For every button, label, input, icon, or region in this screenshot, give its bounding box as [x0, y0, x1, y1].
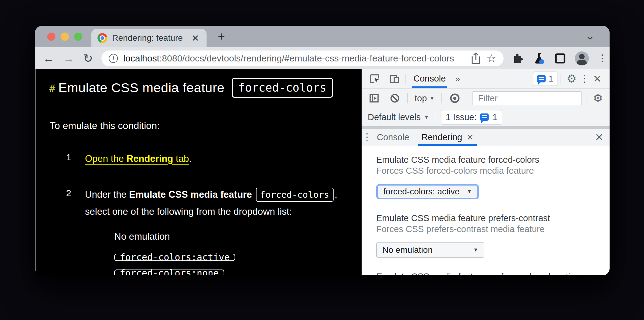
chrome-favicon-icon [97, 33, 107, 43]
issues-counter-button[interactable]: 1 [533, 71, 558, 86]
rendering-tab-link[interactable]: Open the Rendering tab [85, 153, 189, 164]
zoom-window-button[interactable] [74, 33, 82, 41]
more-panels-icon[interactable]: » [453, 74, 462, 84]
divider [441, 93, 442, 103]
step-number: 1 [66, 150, 85, 167]
extensions-puzzle-icon[interactable] [512, 52, 524, 64]
devtools-menu-icon[interactable]: ⋮ [582, 76, 587, 82]
close-rendering-tab-icon[interactable]: ✕ [466, 132, 473, 142]
chevron-down-icon: ▼ [473, 247, 478, 253]
clear-console-icon[interactable] [387, 92, 403, 104]
browser-window: Rendering: feature reference - ✕ + ⌄ ← →… [35, 26, 610, 275]
drawer-close-icon[interactable]: ✕ [592, 131, 607, 143]
share-icon[interactable] [471, 52, 481, 64]
browser-tab[interactable]: Rendering: feature reference - ✕ [91, 29, 207, 47]
console-settings-gear-icon[interactable]: ⚙ [591, 93, 605, 104]
minimize-window-button[interactable] [61, 33, 69, 41]
tab-close-icon[interactable]: ✕ [190, 33, 200, 43]
flask-extension-icon[interactable] [533, 52, 546, 65]
setting-section: Emulate CSS media feature prefers-reduce… [376, 271, 597, 275]
close-window-button[interactable] [47, 33, 55, 41]
prefers-contrast-select[interactable]: No emulation ▼ [376, 242, 484, 258]
console-sidebar-icon[interactable] [366, 92, 382, 104]
setting-subtitle: Forces CSS prefers-contrast media featur… [376, 224, 597, 235]
dropdown-option-code: forced-colors:none [114, 270, 224, 275]
drawer-splitter-handle[interactable] [362, 126, 610, 129]
console-toolbar: top ▼ Filter ⚙ [362, 89, 610, 108]
step-text: Open the Rendering tab. [85, 150, 192, 167]
live-expression-eye-icon[interactable] [446, 92, 463, 104]
divider [407, 93, 408, 103]
divider [405, 74, 406, 84]
setting-subtitle: Forces CSS forced-colors media feature [376, 165, 597, 176]
setting-title: Emulate CSS media feature prefers-reduce… [376, 271, 597, 275]
browser-menu-icon[interactable]: ⋮ [597, 55, 602, 61]
reload-button[interactable]: ↻ [83, 53, 93, 64]
navigation-toolbar: ← → ↻ i localhost:8080/docs/devtools/ren… [35, 47, 610, 69]
inspect-element-icon[interactable] [366, 73, 383, 85]
filter-input[interactable]: Filter [472, 91, 582, 105]
heading-code-badge: forced-colors [232, 78, 333, 98]
setting-section: Emulate CSS media feature forced-colors … [376, 154, 597, 199]
setting-title: Emulate CSS media feature prefers-contra… [376, 213, 597, 224]
console-levels-bar: Default levels ▼ 1 Issue: 1 [362, 108, 610, 126]
inline-code-badge: forced-colors [256, 188, 334, 202]
tab-title: Rendering: feature reference - [112, 33, 186, 43]
step-number: 2 [66, 186, 85, 275]
forced-colors-select[interactable]: forced-colors: active ▼ [376, 184, 479, 199]
log-levels-dropdown[interactable]: Default levels ▼ [368, 112, 429, 122]
heading-text: Emulate CSS media feature [58, 80, 225, 95]
dropdown-option-plain: No emulation [114, 228, 337, 245]
web-page: # Emulate CSS media feature forced-color… [35, 69, 362, 275]
address-bar[interactable]: i localhost:8080/docs/devtools/rendering… [101, 50, 504, 66]
divider [468, 93, 468, 103]
url-host: localhost [123, 53, 159, 63]
chevron-down-icon: ▼ [429, 95, 435, 102]
issues-button[interactable]: 1 Issue: 1 [441, 110, 502, 125]
titlebar: Rendering: feature reference - ✕ + ⌄ [35, 26, 610, 47]
tab-rendering[interactable]: Rendering ✕ [416, 129, 478, 146]
forward-button: → [63, 53, 75, 64]
device-toolbar-icon[interactable] [386, 73, 402, 85]
back-button[interactable]: ← [43, 53, 55, 64]
issues-bubble-icon [537, 75, 546, 82]
divider [586, 93, 586, 103]
dropdown-option-code: forced-colors:active [114, 254, 235, 261]
list-item: 2 Under the Emulate CSS media feature fo… [49, 186, 362, 275]
traffic-lights [47, 33, 82, 41]
devtools-close-icon[interactable]: ✕ [590, 73, 605, 85]
context-selector[interactable]: top ▼ [412, 93, 437, 103]
url-path: :8080/docs/devtools/rendering/#emulate-c… [159, 53, 454, 63]
site-info-icon[interactable]: i [109, 54, 118, 63]
chevron-down-icon: ▼ [424, 114, 429, 120]
intro-text: To emulate this condition: [50, 120, 362, 131]
divider [561, 74, 561, 84]
page-heading: # Emulate CSS media feature forced-color… [49, 78, 362, 98]
tab-console-main[interactable]: Console [409, 69, 450, 88]
list-item: 1 Open the Rendering tab. [49, 150, 362, 167]
chevron-down-icon: ▼ [467, 189, 472, 195]
profile-avatar[interactable] [575, 51, 589, 65]
drawer-menu-icon[interactable]: ⋮ [365, 134, 370, 140]
settings-gear-icon[interactable]: ⚙ [564, 73, 579, 84]
url-text[interactable]: localhost:8080/docs/devtools/rendering/#… [123, 53, 465, 64]
issues-bubble-icon [480, 113, 489, 121]
divider [435, 112, 435, 122]
devtools-panel-icon[interactable] [554, 52, 566, 64]
heading-anchor-icon[interactable]: # [49, 82, 54, 95]
setting-section: Emulate CSS media feature prefers-contra… [376, 213, 597, 258]
rendering-panel: Emulate CSS media feature forced-colors … [362, 146, 610, 275]
bookmark-star-icon[interactable]: ☆ [487, 53, 496, 64]
new-tab-button[interactable]: + [218, 31, 225, 42]
window-content: # Emulate CSS media feature forced-color… [35, 69, 610, 275]
chevron-down-icon[interactable]: ⌄ [586, 31, 595, 41]
devtools-panel: Console » 1 ⚙ ⋮ ✕ [362, 69, 610, 275]
setting-title: Emulate CSS media feature forced-colors [376, 154, 597, 165]
steps-list: 1 Open the Rendering tab. 2 Under the Em… [49, 150, 362, 275]
tab-console-drawer[interactable]: Console [372, 129, 414, 146]
drawer-tab-bar: ⋮ Console Rendering ✕ ✕ [362, 129, 610, 146]
step-text: Under the Emulate CSS media feature forc… [85, 186, 337, 275]
devtools-main-toolbar: Console » 1 ⚙ ⋮ ✕ [362, 69, 610, 89]
